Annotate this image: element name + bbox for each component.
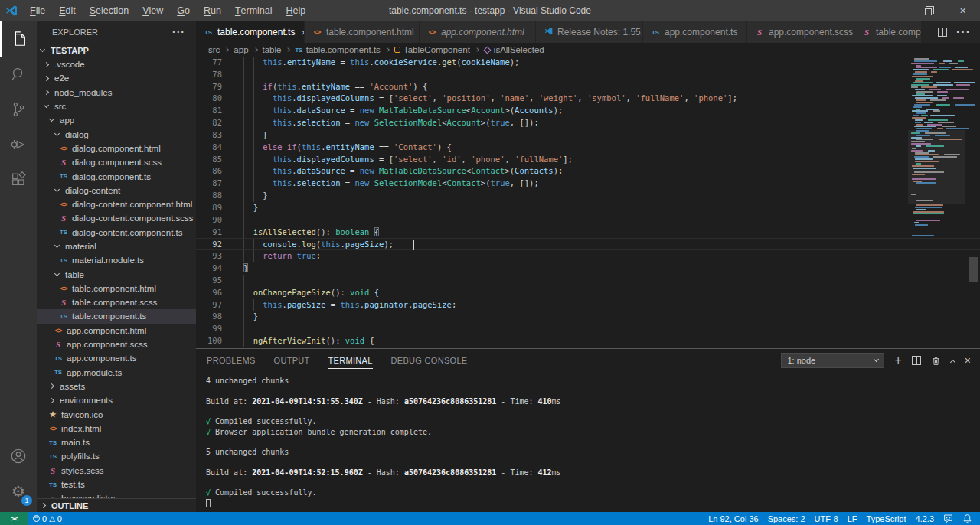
code-line-89[interactable]: 89 }: [196, 202, 980, 214]
tree-file-dialog-content-component-scss[interactable]: Sdialog-content.component.scss: [37, 211, 196, 225]
tree-file-dialog-component-ts[interactable]: TSdialog.component.ts: [37, 169, 196, 183]
tree-file-table-component-html[interactable]: <>table.component.html: [37, 282, 196, 295]
status-cursor-position[interactable]: Ln 92, Col 36: [704, 512, 763, 525]
panel-tab-problems[interactable]: PROBLEMS: [207, 349, 256, 372]
code-line-79[interactable]: 79 if(this.entityName == 'Account') {: [196, 81, 980, 93]
minimize-button[interactable]: ─: [877, 0, 911, 21]
code-line-94[interactable]: 94}: [196, 262, 980, 275]
sidebar-more-actions-icon[interactable]: ···: [172, 26, 185, 38]
breadcrumb-table[interactable]: table: [263, 45, 282, 54]
tree-file-table-component-ts[interactable]: TStable.component.ts: [37, 309, 196, 323]
tree-folder-e2e[interactable]: e2e: [37, 71, 196, 85]
code-line-91[interactable]: 91 isAllSelected(): boolean {: [196, 227, 980, 239]
tree-folder-src[interactable]: src: [37, 99, 196, 113]
tree-file-material-module-ts[interactable]: TSmaterial.module.ts: [37, 253, 196, 267]
feedback-icon[interactable]: [939, 512, 958, 525]
menu-view[interactable]: View: [136, 0, 170, 21]
tree-file-index-html[interactable]: <>index.html: [37, 422, 196, 435]
menu-go[interactable]: Go: [170, 0, 197, 21]
tree-file-main-ts[interactable]: TSmain.ts: [37, 435, 196, 449]
code-line-99[interactable]: 99: [196, 323, 980, 335]
tab-table-component-ts[interactable]: TStable.component.ts×: [196, 21, 305, 43]
menu-terminal[interactable]: Terminal: [228, 0, 279, 21]
split-terminal-icon[interactable]: [912, 356, 921, 365]
tree-file-app-component-html[interactable]: <>app.component.html: [37, 324, 196, 338]
restore-button[interactable]: [911, 0, 946, 21]
outline-section-header[interactable]: OUTLINE: [37, 498, 196, 512]
code-line-100[interactable]: 100 ngAfterViewInit(): void {: [196, 335, 980, 347]
code-line-78[interactable]: 78: [196, 69, 980, 81]
breadcrumb-tablecomponent[interactable]: TableComponent: [394, 45, 470, 54]
settings-gear-icon[interactable]: ⚙ 1: [0, 474, 37, 509]
panel-tab-output[interactable]: OUTPUT: [274, 349, 310, 372]
run-debug-icon[interactable]: [0, 127, 37, 162]
menu-selection[interactable]: Selection: [83, 0, 136, 21]
account-icon[interactable]: [0, 439, 37, 474]
menu-file[interactable]: File: [23, 0, 52, 21]
panel-tab-debug-console[interactable]: DEBUG CONSOLE: [391, 349, 468, 372]
code-line-93[interactable]: 93 return true;: [196, 250, 980, 262]
breadcrumb-app[interactable]: app: [234, 45, 248, 54]
tree-folder-dialog-content[interactable]: dialog-content: [37, 184, 196, 197]
tree-folder-dialog[interactable]: dialog: [37, 127, 196, 141]
maximize-panel-icon[interactable]: [951, 357, 955, 364]
status-language-mode[interactable]: TypeScript: [862, 512, 911, 525]
terminal-output[interactable]: 4 unchanged chunksBuild at: 2021-04-09T1…: [196, 372, 980, 508]
kill-terminal-icon[interactable]: [931, 356, 941, 366]
tree-folder--vscode[interactable]: .vscode: [37, 57, 196, 71]
tree-file-dialog-content-component-html[interactable]: <>dialog-content.component.html: [37, 197, 196, 211]
tab-app-component-scss[interactable]: Sapp.component.scss: [747, 21, 854, 43]
tree-file-app-module-ts[interactable]: TSapp.module.ts: [37, 366, 196, 380]
breadcrumb-isallselected[interactable]: isAllSelected: [484, 45, 544, 54]
editor-scrollbar[interactable]: [968, 57, 978, 348]
tree-file-test-ts[interactable]: TStest.ts: [37, 478, 196, 491]
code-line-85[interactable]: 85 this.displayedColumns = ['select', 'i…: [196, 154, 980, 166]
source-control-icon[interactable]: [0, 92, 37, 127]
tree-file-styles-scss[interactable]: Sstyles.scss: [37, 464, 196, 478]
close-panel-icon[interactable]: ×: [965, 354, 971, 367]
status-encoding[interactable]: UTF-8: [810, 512, 843, 525]
breadcrumb-src[interactable]: src: [208, 45, 220, 54]
code-line-97[interactable]: 97 this.pageSize = this.paginator.pageSi…: [196, 299, 980, 311]
tree-file-dialog-component-html[interactable]: <>dialog.component.html: [37, 142, 196, 155]
tab-app-component-ts[interactable]: TSapp.component.ts: [643, 21, 747, 43]
menu-edit[interactable]: Edit: [52, 0, 83, 21]
status-eol[interactable]: LF: [843, 512, 862, 525]
tree-file-polyfills-ts[interactable]: TSpolyfills.ts: [37, 449, 196, 463]
remote-indicator[interactable]: ><: [0, 512, 28, 525]
tree-file-favicon-ico[interactable]: ★favicon.ico: [37, 407, 196, 421]
code-line-81[interactable]: 81 this.dataSource = new MatTableDataSou…: [196, 105, 980, 117]
code-line-88[interactable]: 88 }: [196, 190, 980, 202]
code-line-90[interactable]: 90: [196, 214, 980, 227]
menu-help[interactable]: Help: [279, 0, 313, 21]
menu-run[interactable]: Run: [197, 0, 228, 21]
code-line-84[interactable]: 84 else if(this.entityName == 'Contact')…: [196, 142, 980, 154]
code-line-83[interactable]: 83 }: [196, 129, 980, 142]
scrollbar-thumb[interactable]: [969, 257, 978, 282]
new-terminal-icon[interactable]: +: [894, 354, 901, 367]
tree-folder-material[interactable]: material: [37, 240, 196, 253]
minimap[interactable]: [908, 57, 965, 348]
status-ts-version[interactable]: 4.2.3: [911, 512, 939, 525]
code-line-80[interactable]: 80 this.displayedColumns = ['select', 'p…: [196, 93, 980, 105]
tree-file-dialog-component-scss[interactable]: Sdialog.component.scss: [37, 155, 196, 169]
problems-status[interactable]: 0 △ 0: [28, 512, 67, 525]
code-line-95[interactable]: 95: [196, 275, 980, 287]
code-line-82[interactable]: 82 this.selection = new SelectionModel<A…: [196, 117, 980, 129]
tab-app-component-html[interactable]: <>app.component.html: [420, 21, 536, 43]
tree-file-dialog-content-component-ts[interactable]: TSdialog-content.component.ts: [37, 226, 196, 240]
explorer-icon[interactable]: [0, 21, 37, 57]
code-line-77[interactable]: 77 this.entityName = this.cookieService.…: [196, 57, 980, 69]
code-editor[interactable]: 77 this.entityName = this.cookieService.…: [196, 57, 980, 348]
breadcrumb-table-component-ts[interactable]: TStable.component.ts: [295, 45, 380, 54]
tree-file-app-component-scss[interactable]: Sapp.component.scss: [37, 338, 196, 351]
tab-table-component-html[interactable]: <>table.component.html: [305, 21, 420, 43]
code-line-87[interactable]: 87 this.selection = new SelectionModel<C…: [196, 178, 980, 190]
workspace-root-row[interactable]: TESTAPP: [37, 43, 196, 57]
code-line-86[interactable]: 86 this.dataSource = new MatTableDataSou…: [196, 165, 980, 178]
extensions-icon[interactable]: [0, 162, 37, 197]
tab-release-notes-1-55-0[interactable]: Release Notes: 1.55.0: [536, 21, 643, 43]
more-actions-icon[interactable]: ···: [956, 25, 971, 39]
panel-tab-terminal[interactable]: TERMINAL: [328, 349, 373, 372]
search-icon[interactable]: [0, 57, 37, 92]
